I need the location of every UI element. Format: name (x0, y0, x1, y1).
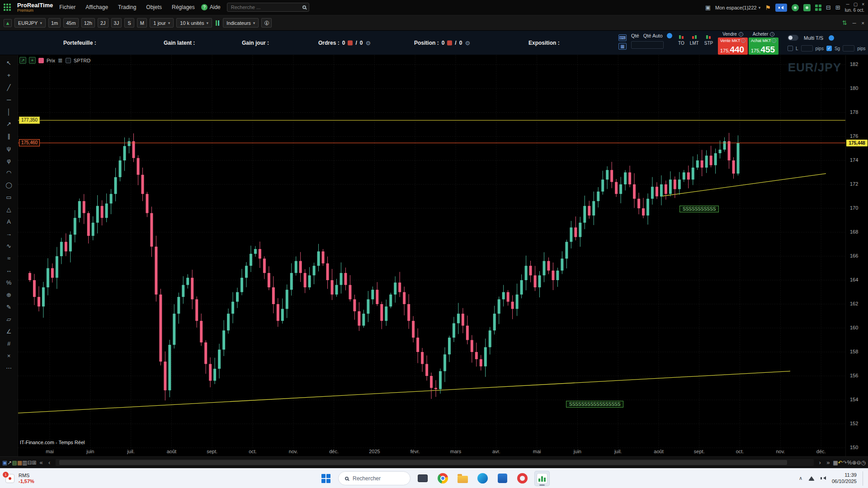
chart-annotation[interactable]: SSSSSSSSSSSSSSSSS (566, 401, 623, 408)
buy-info-icon[interactable]: i (770, 32, 774, 37)
calculator-icon[interactable]: ▦ (618, 43, 627, 50)
order-type-to[interactable]: TO (678, 35, 684, 46)
vertical-line-tool-icon[interactable]: │ (3, 106, 15, 117)
taskbar-app-chrome[interactable] (435, 471, 450, 486)
community-icon[interactable] (792, 4, 799, 11)
qty-auto-toggle[interactable] (667, 33, 672, 38)
close-button[interactable]: × (862, 2, 864, 7)
timeframe-45m[interactable]: 45m (63, 18, 78, 28)
timeframe-2j[interactable]: 2J (98, 18, 108, 28)
flag-icon[interactable]: ⚑ (765, 5, 771, 11)
info-button[interactable]: 🛈 (261, 18, 272, 28)
menu-trading[interactable]: Trading (118, 4, 136, 10)
units-dropdown[interactable]: 10 k unités▾ (176, 18, 212, 28)
position-icon[interactable] (447, 40, 452, 45)
tray-chevron-icon[interactable]: ∧ (799, 475, 802, 481)
taskbar-search[interactable]: Rechercher (338, 471, 410, 485)
eraser-tool-icon[interactable]: ▱ (3, 314, 15, 324)
timeframe-1m[interactable]: 1m (48, 18, 61, 28)
stop-pips-input[interactable] (843, 45, 854, 52)
orders-icon[interactable] (348, 40, 353, 45)
expand-icon[interactable]: ↗ (19, 57, 26, 64)
search-box[interactable] (227, 3, 309, 12)
show-desktop-button[interactable] (863, 471, 864, 486)
timeframe-s[interactable]: S (124, 18, 134, 28)
menu-objets[interactable]: Objets (146, 4, 162, 10)
wave-tool-icon[interactable]: ≈ (3, 253, 15, 263)
price-axis[interactable]: 1821801781761741721701681661641621601581… (845, 55, 868, 456)
sell-info-icon[interactable]: i (739, 32, 743, 37)
chart-style-icon[interactable]: ▥ (22, 460, 27, 466)
menu-affichage[interactable]: Affichage (85, 4, 108, 10)
scroll-far-right-button[interactable]: » (825, 459, 831, 466)
stop-checkbox[interactable]: ✓ (826, 46, 832, 51)
period-dropdown[interactable]: 1 jour▾ (150, 18, 174, 28)
cursor-tool-icon[interactable]: ↖ (3, 57, 15, 68)
pencil-tool-icon[interactable]: ✎ (3, 301, 15, 312)
lower-line-price-label[interactable]: 175,460 (19, 139, 40, 146)
compare-icon[interactable]: % (847, 460, 852, 466)
start-button[interactable] (318, 471, 334, 486)
menu-fichier[interactable]: Fichier (59, 4, 75, 10)
search-icon[interactable] (302, 5, 306, 9)
ellipse-tool-icon[interactable]: ◯ (3, 179, 15, 190)
timeframe-3j[interactable]: 3J (111, 18, 122, 28)
stock-widget[interactable]: 1 RMS -1,57% (5, 473, 34, 484)
chart-scrollbar-thumb[interactable] (59, 460, 788, 465)
trendline-tool-icon[interactable]: ╱ (3, 82, 15, 93)
save-icon[interactable]: ▣ (705, 5, 711, 10)
fibonacci-tool-icon[interactable]: φ (3, 155, 15, 166)
screens-icon[interactable]: ⊟ (826, 5, 831, 10)
pitchfork-tool-icon[interactable]: ψ (3, 143, 15, 154)
workspace-dropdown[interactable]: Mon espace(1)222▾ (715, 5, 760, 10)
more-tool-icon[interactable]: ⋯ (3, 362, 15, 373)
taskbar-app-prorealtime[interactable] (534, 471, 550, 486)
menu-reglages[interactable]: Réglages (172, 4, 195, 10)
limit-pips-input[interactable] (801, 45, 813, 52)
table-icon[interactable]: ▦ (17, 460, 22, 466)
triangle-tool-icon[interactable]: △ (3, 204, 15, 215)
screenshot-icon[interactable]: ▤ (12, 460, 17, 466)
window-close-button[interactable]: × (862, 20, 864, 26)
share-icon[interactable]: ↗ (7, 460, 12, 466)
price-chart[interactable] (18, 55, 845, 456)
percent-tool-icon[interactable]: % (3, 277, 15, 288)
ray-tool-icon[interactable]: ↗ (3, 118, 15, 129)
scroll-right-button[interactable]: › (816, 459, 823, 466)
search-input[interactable] (230, 4, 302, 10)
layout-icon[interactable]: ⊞ (835, 5, 840, 10)
undo-icon[interactable]: ↶ (838, 460, 843, 466)
sptrd-checkbox[interactable] (66, 58, 71, 63)
taskbar-app-edge[interactable] (475, 471, 490, 486)
list-icon[interactable]: ≣ (58, 57, 63, 64)
minimize-button[interactable]: ─ (846, 2, 849, 7)
angle-tool-icon[interactable]: ∠ (3, 326, 15, 337)
history-icon[interactable]: ◷ (861, 460, 866, 466)
trendline[interactable] (660, 174, 826, 196)
layout-2-icon[interactable]: ⊟ (27, 460, 32, 466)
green-tools-icon[interactable] (803, 4, 811, 11)
measure-tool-icon[interactable]: ↔ (3, 265, 15, 276)
horizontal-line-tool-icon[interactable]: ─ (3, 94, 15, 105)
taskbar-clock[interactable]: 11:39 06/10/2025 (832, 472, 857, 485)
magnet-tool-icon[interactable]: ⊕ (3, 289, 15, 300)
trendline[interactable] (18, 371, 790, 413)
parallel-channel-tool-icon[interactable]: ∥ (3, 131, 15, 141)
arrow-tool-icon[interactable]: → (3, 228, 15, 239)
arc-tool-icon[interactable]: ◠ (3, 167, 15, 178)
timeframe-m[interactable]: M (137, 18, 147, 28)
taskbar-app-explorer[interactable] (415, 471, 430, 486)
layout-4-icon[interactable]: ⊞ (32, 460, 37, 466)
chart-plot[interactable]: EUR/JPY ↗ + Prix ≣ SPTRD 177,350 175,460… (18, 55, 845, 456)
delete-tool-icon[interactable]: × (3, 350, 15, 361)
symbol-dropdown[interactable]: EURJPY▾ (14, 18, 46, 28)
sync-arrows-icon[interactable]: ⇅ (842, 19, 847, 26)
volume-icon[interactable] (821, 476, 826, 481)
keyboard-icon[interactable]: ⌨ (618, 34, 627, 41)
sound-button[interactable] (775, 4, 787, 12)
trading-mode-toggle[interactable] (788, 35, 798, 41)
position-settings-icon[interactable]: ⚙ (465, 39, 470, 46)
zoom-out-icon[interactable]: ⊖ (856, 460, 861, 466)
zoom-in-icon[interactable]: ⊕ (852, 460, 856, 466)
limit-checkbox[interactable] (788, 46, 793, 51)
